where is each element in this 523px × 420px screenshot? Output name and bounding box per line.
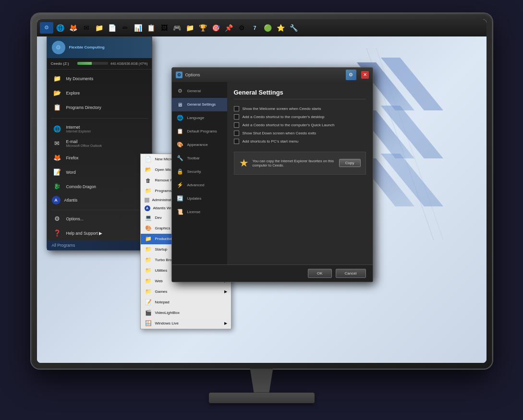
- taskbar-icon-green[interactable]: 🟢: [262, 22, 274, 34]
- nav-icon-license: 📜: [176, 208, 184, 216]
- ie-icon: 🌐: [52, 124, 62, 134]
- prog-item-games[interactable]: 📁 Games ▶: [141, 287, 231, 297]
- start-item-atlantis[interactable]: A Atlantis: [47, 194, 152, 206]
- nav-icon-advanced: ⚡: [176, 181, 184, 190]
- start-item-label-firefox: Firefox: [66, 156, 79, 160]
- checkbox-shutdown-label: Show Shut Down screen when Ceedo exits: [243, 131, 316, 135]
- taskbar-icon-gear[interactable]: ⚙: [236, 22, 248, 34]
- prog-icon-atlantis: A: [145, 205, 150, 211]
- taskbar-icon-ie[interactable]: 🌐: [55, 22, 66, 34]
- prog-icon-turbo: 📁: [145, 256, 152, 264]
- taskbar-icon-img[interactable]: 🖼: [158, 22, 170, 34]
- start-item-firefox[interactable]: 🦊 Firefox: [47, 151, 152, 165]
- start-pinned-items: 🌐 Internet Internet Explorer ✉ E-mail Mi…: [47, 120, 152, 208]
- start-item-ie[interactable]: 🌐 Internet Internet Explorer: [47, 122, 152, 136]
- dialog-icon: ⚙: [176, 72, 182, 78]
- taskbar-icon-ppt[interactable]: 📋: [146, 22, 157, 34]
- checkbox-welcome[interactable]: Show the Welcome screen when Ceedo start…: [234, 106, 366, 111]
- start-button[interactable]: ⚙: [40, 22, 53, 34]
- prog-icon-graphics: 🎨: [145, 225, 152, 232]
- start-item-label-ie: Internet: [66, 125, 91, 130]
- checkbox-shutdown[interactable]: Show Shut Down screen when Ceedo exits: [234, 131, 366, 136]
- taskbar-icon-game[interactable]: 🎮: [171, 22, 183, 34]
- prog-label-notepad: Notepad: [155, 300, 170, 304]
- dialog-content-title: General Settings: [234, 89, 366, 99]
- dialog-titlebar: ⚙ Options ⚙ ✕: [172, 68, 373, 82]
- prog-icon-notepad: 📝: [145, 299, 152, 306]
- dialog-nav-advanced[interactable]: ⚡ Advanced: [172, 179, 227, 192]
- dialog-footer: OK Cancel: [172, 264, 373, 282]
- start-item-label-mydocs: My Documents: [66, 76, 94, 81]
- nav-icon-language: 🌐: [176, 114, 184, 122]
- taskbar-icon-target[interactable]: 🎯: [210, 22, 222, 34]
- start-item-explore[interactable]: 📂 Explore: [47, 86, 152, 100]
- taskbar-icon-doc[interactable]: 📄: [107, 22, 118, 34]
- help-icon: ❓: [52, 228, 62, 239]
- ok-button[interactable]: OK: [308, 269, 332, 278]
- taskbar-icon-excel[interactable]: 📊: [133, 22, 144, 34]
- checkbox-welcome-box[interactable]: [234, 106, 239, 111]
- start-item-options[interactable]: ⚙ Options...: [47, 212, 152, 226]
- checkbox-shutdown-box[interactable]: [234, 131, 239, 136]
- options-icon: ⚙: [52, 214, 62, 224]
- dialog-nav-appearance[interactable]: 🎨 Appearance: [172, 138, 227, 152]
- all-programs-button[interactable]: All Programs ▶: [47, 240, 152, 250]
- start-item-programs-dir[interactable]: 📋 Programs Directory: [47, 100, 152, 115]
- dialog-nav-license[interactable]: 📜 License: [172, 205, 227, 219]
- taskbar-icon-pin[interactable]: 📌: [223, 22, 235, 34]
- checkbox-quicklaunch-label: Add a Ceedo shortcut to the computer's Q…: [243, 123, 335, 127]
- checkbox-startmenu-box[interactable]: [234, 139, 239, 144]
- start-item-help[interactable]: ❓ Help and Support ▶: [47, 226, 152, 240]
- dialog-nav-updates[interactable]: 🔄 Updates: [172, 192, 227, 205]
- dialog-nav-toolbar[interactable]: 🔧 Toolbar: [172, 152, 227, 165]
- start-item-word[interactable]: 📝 Word: [47, 165, 152, 180]
- start-quick-items: 📁 My Documents 📂 Explore 📋 Programs Dire…: [47, 70, 152, 117]
- taskbar-icon-edit[interactable]: ✏: [120, 22, 131, 34]
- dialog-close-button[interactable]: ✕: [361, 71, 369, 79]
- checkbox-startmenu[interactable]: Add shortcuts to PC's start menu: [234, 139, 366, 144]
- taskbar-icon-trophy[interactable]: 🏆: [197, 22, 209, 34]
- start-item-label-help: Help and Support ▶: [66, 231, 103, 236]
- nav-icon-default-programs: 📋: [176, 127, 184, 136]
- cancel-button[interactable]: Cancel: [336, 269, 366, 278]
- start-item-label-atlantis: Atlantis: [64, 198, 78, 203]
- drive-label: Ceedo (Z:): [51, 61, 75, 66]
- checkbox-desktop-shortcut[interactable]: Add a Ceedo shortcut to the computer's d…: [234, 114, 366, 120]
- start-item-email[interactable]: ✉ E-mail Microsoft Office Outlook: [47, 136, 152, 151]
- checkbox-quicklaunch-box[interactable]: [234, 122, 239, 128]
- start-item-mydocs[interactable]: 📁 My Documents: [47, 72, 152, 86]
- checkbox-quicklaunch[interactable]: Add a Ceedo shortcut to the computer's Q…: [234, 122, 366, 128]
- drive-section: Ceedo (Z:) 440.4GB/836.8GB (47%): [47, 58, 152, 70]
- dialog-nav-language[interactable]: 🌐 Language: [172, 111, 227, 125]
- taskbar-icon-7zip[interactable]: 7: [249, 22, 261, 34]
- prog-icon-productivity: 📁: [145, 235, 152, 243]
- monitor-stand-neck: [243, 369, 281, 393]
- nav-label-default-programs: Default Programs: [187, 129, 217, 133]
- drive-progress-bar: [77, 62, 108, 65]
- dialog-nav-security[interactable]: 🔒 Security: [172, 165, 227, 179]
- drive-item: Ceedo (Z:) 440.4GB/836.8GB (47%): [51, 60, 148, 67]
- taskbar-icon-firefox[interactable]: 🦊: [68, 22, 79, 34]
- dialog-nav-general-settings[interactable]: 🖥 General Settings: [172, 98, 227, 111]
- dialog-nav-general[interactable]: ⚙ General: [172, 84, 227, 98]
- prog-icon-startup: 📁: [145, 246, 152, 253]
- checkbox-desktop-shortcut-box[interactable]: [234, 114, 239, 120]
- copy-button[interactable]: Copy: [339, 159, 361, 167]
- taskbar-icon-tool[interactable]: 🔧: [288, 22, 300, 34]
- start-item-label-comodo: Comodo Dragon: [66, 184, 96, 189]
- start-item-label-progdir: Programs Directory: [66, 105, 101, 110]
- taskbar-icon-star[interactable]: ⭐: [275, 22, 287, 34]
- prog-label-dev: Dev: [155, 216, 162, 220]
- dialog-body: ⚙ General 🖥 General Settings 🌐 Language: [172, 82, 373, 264]
- prog-item-notepad[interactable]: 📝 Notepad: [141, 297, 231, 308]
- nav-icon-toolbar: 🔧: [176, 154, 184, 163]
- dialog-nav-default-programs[interactable]: 📋 Default Programs: [172, 125, 227, 138]
- taskbar-icon-folder2[interactable]: 📁: [184, 22, 196, 34]
- taskbar-icon-email[interactable]: ✉: [81, 22, 92, 34]
- prog-item-videolightbox[interactable]: 🎬 VideoLightBox: [141, 308, 231, 318]
- start-divider-2: [51, 210, 148, 210]
- taskbar-icon-folder[interactable]: 📁: [94, 22, 105, 34]
- start-item-comodo[interactable]: 🐉 Comodo Dragon: [47, 180, 152, 194]
- start-item-label-word: Word: [66, 170, 76, 175]
- prog-item-windowslive[interactable]: 🪟 Windows Live ▶: [141, 318, 231, 329]
